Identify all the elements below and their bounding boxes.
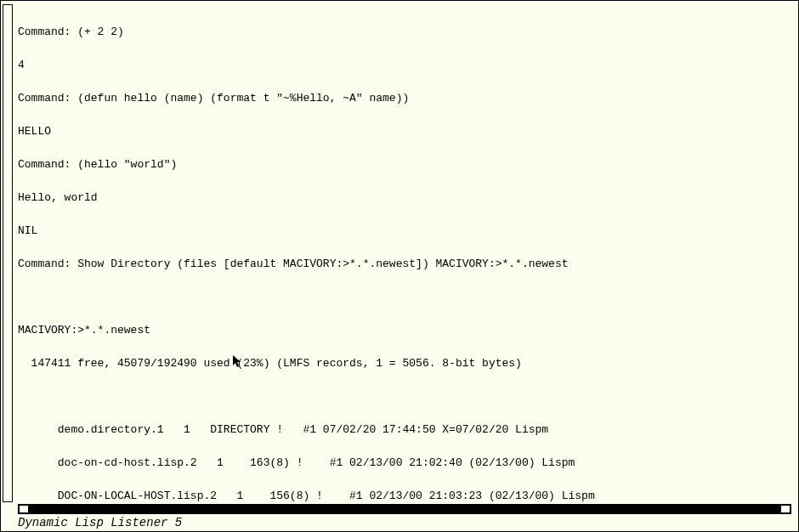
terminal-line: Command: Show Directory (files [default … bbox=[18, 258, 791, 269]
terminal-output[interactable]: Command: (+ 2 2) 4 Command: (defun hello… bbox=[18, 4, 791, 502]
terminal-line: 4 bbox=[18, 59, 791, 71]
terminal-line: HELLO bbox=[18, 126, 791, 137]
terminal-line: doc-on-cd-host.lisp.2 1 163(8) ! #1 02/1… bbox=[18, 457, 791, 468]
scrollbar-thumb-left[interactable] bbox=[20, 506, 28, 512]
terminal-line: demo.directory.1 1 DIRECTORY ! #1 07/02/… bbox=[18, 424, 791, 435]
terminal-line: Command: (defun hello (name) (format t "… bbox=[18, 93, 791, 104]
terminal-line: 147411 free, 45079/192490 used (23%) (LM… bbox=[18, 358, 791, 369]
terminal-line bbox=[18, 291, 791, 303]
vertical-scrollbar[interactable] bbox=[3, 4, 13, 502]
lisp-listener-window: Command: (+ 2 2) 4 Command: (defun hello… bbox=[0, 0, 799, 532]
horizontal-scrollbar[interactable] bbox=[18, 504, 791, 514]
terminal-line: DOC-ON-LOCAL-HOST.lisp.2 1 156(8) ! #1 0… bbox=[18, 490, 791, 501]
status-line: Dynamic Lisp Listener 5 bbox=[18, 516, 791, 529]
terminal-line: Command: (hello "world") bbox=[18, 159, 791, 170]
terminal-line: MACIVORY:>*.*.newest bbox=[18, 325, 791, 336]
terminal-line: NIL bbox=[18, 225, 791, 236]
terminal-line: Hello, world bbox=[18, 192, 791, 203]
scrollbar-thumb-right[interactable] bbox=[781, 506, 790, 512]
terminal-line: Command: (+ 2 2) bbox=[18, 26, 791, 37]
terminal-line bbox=[18, 391, 791, 402]
